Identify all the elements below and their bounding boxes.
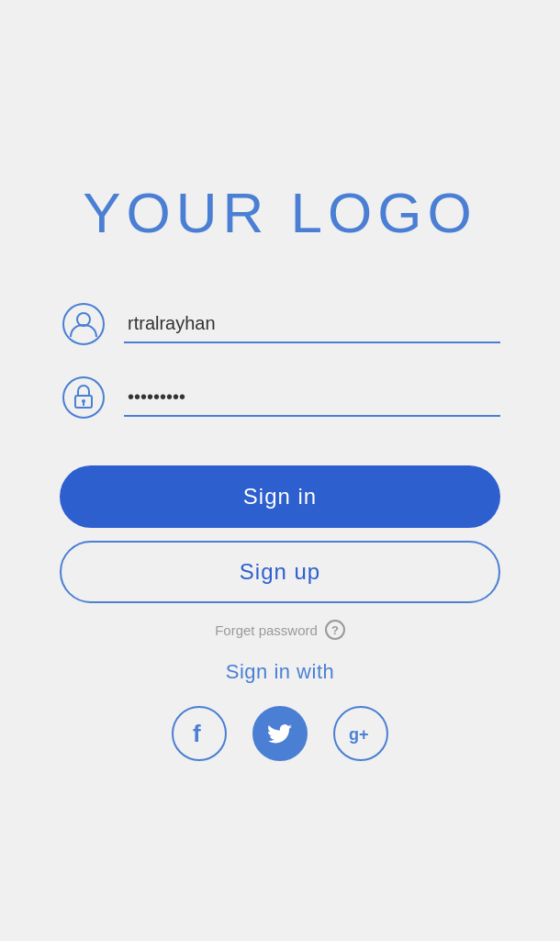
twitter-icon xyxy=(266,720,294,747)
svg-point-4 xyxy=(82,399,85,403)
signin-button[interactable]: Sign in xyxy=(60,465,500,528)
google-button[interactable]: g+ xyxy=(333,706,388,761)
signup-button[interactable]: Sign up xyxy=(60,541,500,603)
logo: YOUR LOGO xyxy=(83,180,477,245)
forgot-password-label: Forget password xyxy=(215,622,318,638)
svg-text:g+: g+ xyxy=(349,725,369,744)
svg-text:f: f xyxy=(193,720,201,747)
svg-point-1 xyxy=(77,313,90,326)
lock-icon xyxy=(60,374,107,421)
forgot-password-link[interactable]: Forget password ? xyxy=(215,620,345,640)
password-input[interactable] xyxy=(124,379,500,417)
username-group xyxy=(60,300,500,348)
facebook-button[interactable]: f xyxy=(172,706,227,761)
sign-in-with-label: Sign in with xyxy=(226,660,335,684)
social-icons-group: f g+ xyxy=(172,706,388,761)
svg-point-2 xyxy=(63,377,104,418)
login-container: YOUR LOGO Sign in Sign up F xyxy=(60,180,500,761)
password-group xyxy=(60,374,500,421)
twitter-button[interactable] xyxy=(252,706,308,761)
help-icon: ? xyxy=(325,620,345,640)
user-icon xyxy=(60,300,107,348)
username-input[interactable] xyxy=(124,306,500,343)
google-icon: g+ xyxy=(347,720,375,747)
facebook-icon: f xyxy=(185,720,213,747)
